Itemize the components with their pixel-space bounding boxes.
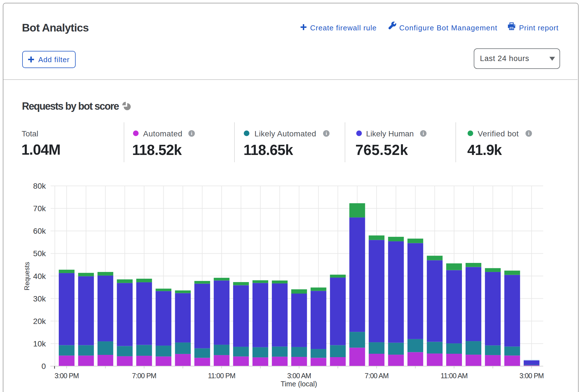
svg-text:11:00 PM: 11:00 PM	[208, 372, 235, 380]
svg-text:10k: 10k	[33, 339, 46, 348]
svg-text:Requests: Requests	[23, 262, 31, 290]
svg-text:60k: 60k	[33, 227, 46, 235]
svg-text:Time (local): Time (local)	[281, 380, 317, 388]
svg-text:11:00 AM: 11:00 AM	[441, 372, 468, 380]
svg-text:80k: 80k	[33, 182, 46, 190]
svg-text:20k: 20k	[33, 317, 46, 326]
svg-text:70k: 70k	[33, 204, 46, 213]
svg-text:50k: 50k	[33, 249, 46, 258]
svg-text:7:00 PM: 7:00 PM	[132, 372, 156, 380]
svg-text:3:00 AM: 3:00 AM	[287, 372, 311, 380]
svg-text:40k: 40k	[33, 272, 46, 281]
svg-text:30k: 30k	[33, 294, 46, 303]
svg-text:0: 0	[41, 362, 46, 371]
svg-text:3:00 PM: 3:00 PM	[55, 372, 79, 380]
svg-text:3:00 PM: 3:00 PM	[520, 372, 544, 380]
svg-text:7:00 AM: 7:00 AM	[365, 372, 389, 380]
